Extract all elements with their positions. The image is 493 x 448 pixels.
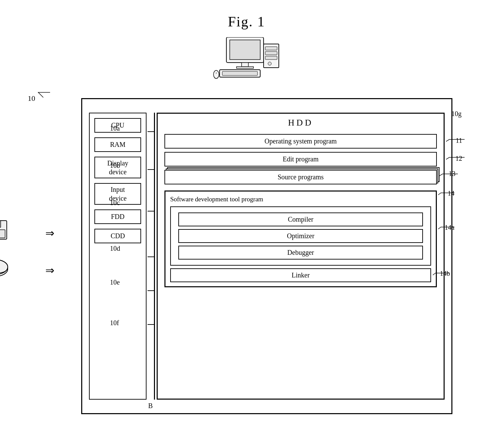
page-title: Fig. 1 — [0, 0, 493, 30]
ram-label: RAM — [110, 141, 126, 148]
svg-point-11 — [214, 70, 219, 79]
label-10b: 10b — [110, 162, 120, 170]
cd-arrow: ⇒ — [45, 264, 54, 277]
sdtp-box: 14 Software development tool program 14a… — [164, 191, 437, 287]
optimizer-label: Optimizer — [287, 232, 314, 240]
label-14a-tick — [438, 226, 454, 231]
input-connector — [148, 256, 154, 257]
fd-label: FD — [0, 210, 10, 218]
fdd-connector — [148, 290, 154, 291]
svg-rect-9 — [265, 56, 277, 60]
label-12-tick — [446, 157, 465, 162]
label-14b-tick — [433, 272, 449, 277]
svg-rect-1 — [230, 40, 260, 60]
outer-box: 10g CPU RAM Displaydevice Inputdevice FD… — [81, 98, 452, 414]
cdd-connector — [148, 324, 154, 325]
cd-icon — [0, 256, 10, 278]
label-10g: 10g — [451, 110, 462, 118]
cd-label: CD — [0, 247, 10, 255]
linker-box: Linker 14b — [170, 268, 431, 282]
ram-box: RAM — [94, 137, 141, 152]
cdd-label: CDD — [111, 232, 125, 240]
fdd-box: FDD — [94, 209, 141, 224]
svg-point-10 — [268, 62, 271, 65]
fd-area: FD — [0, 210, 10, 242]
bus-label: B — [148, 402, 153, 410]
label-14-tick — [438, 192, 454, 197]
ram-connector — [148, 169, 154, 170]
debugger-label: Debugger — [287, 249, 314, 256]
fdd-label: FDD — [111, 213, 125, 220]
svg-rect-2 — [242, 63, 248, 67]
left-panel: CPU RAM Displaydevice Inputdevice FDD CD… — [89, 113, 147, 400]
label-10-tick — [33, 91, 50, 99]
computer-icon — [213, 37, 281, 81]
svg-rect-8 — [265, 51, 277, 55]
label-10a: 10a — [110, 125, 120, 132]
display-connector — [148, 211, 154, 211]
os-program-label: Operating system program — [265, 137, 337, 145]
optimizer-box: Optimizer — [178, 229, 423, 243]
bus-vertical-line — [154, 113, 155, 400]
os-program-box: Operating system program — [164, 134, 437, 149]
edit-program-box: Edit program — [164, 152, 437, 166]
cdd-box: CDD — [94, 229, 141, 243]
cpu-connector — [148, 131, 154, 132]
linker-label: Linker — [292, 271, 310, 279]
fd-arrow: ⇒ — [45, 227, 54, 240]
sdtp-inner-box: 14a Compiler Optimizer Debugger — [170, 206, 431, 266]
svg-rect-5 — [222, 71, 257, 75]
source-programs-box: Source programs — [164, 170, 437, 184]
label-10d: 10d — [110, 245, 120, 252]
label-13-tick — [439, 173, 458, 178]
hdd-panel: HDD Operating system program 11 Edit pro… — [157, 113, 445, 400]
label-10c: 10c — [110, 199, 120, 207]
svg-rect-14 — [0, 221, 1, 227]
svg-rect-3 — [237, 67, 253, 68]
cd-area: CD — [0, 247, 10, 279]
debugger-box: Debugger — [178, 246, 423, 260]
svg-rect-7 — [265, 47, 277, 50]
compiler-box: Compiler — [178, 212, 423, 226]
label-11-tick — [446, 139, 465, 144]
compiler-label: Compiler — [288, 216, 314, 223]
label-10e: 10e — [110, 278, 120, 286]
edit-program-label: Edit program — [283, 155, 318, 163]
label-10f: 10f — [110, 319, 119, 327]
svg-rect-16 — [0, 230, 5, 238]
hdd-title: HDD — [158, 114, 444, 131]
fd-icon — [0, 219, 10, 241]
sdtp-title: Software development tool program — [170, 196, 431, 203]
diagram-container: 10 10g CPU RAM Displaydevice Inputdevice — [27, 44, 466, 428]
source-programs-label: Source programs — [277, 173, 323, 181]
